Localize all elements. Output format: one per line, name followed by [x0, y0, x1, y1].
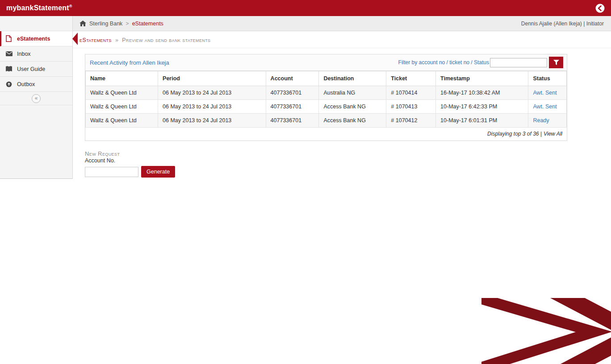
cell-period: 06 May 2013 to 24 Jul 2013: [158, 100, 266, 114]
cell-status: Awt. Sent: [528, 100, 567, 114]
table-footer: Displaying top 3 of 36 |View All: [85, 128, 567, 141]
app-logo-text: mybankStatement: [6, 4, 69, 12]
cell-account: 4077336701: [266, 114, 319, 128]
app-logo: mybankStatement®: [6, 4, 72, 12]
registered-mark: ®: [69, 4, 72, 8]
chevron-right-decoration: [481, 298, 611, 364]
sidebar-item-inbox[interactable]: Inbox: [0, 46, 72, 62]
user-info: Dennis Ajalie (Allen Ikeja) | Initiator: [521, 21, 604, 27]
sidebar-item-label: Inbox: [17, 51, 31, 57]
funnel-icon: [553, 60, 559, 65]
cell-ticket: # 1070412: [386, 114, 436, 128]
sidebar-item-label: Outbox: [17, 81, 35, 87]
document-icon: [6, 35, 13, 42]
breadcrumb-section-link[interactable]: eStatements: [80, 37, 112, 43]
status-link[interactable]: Awt. Sent: [533, 103, 557, 110]
sidebar-item-outbox[interactable]: Outbox: [0, 77, 72, 92]
breadcrumb-current[interactable]: eStatements: [132, 21, 163, 27]
page-title: Preview and send bank statements: [122, 37, 210, 43]
cell-period: 06 May 2013 to 24 Jul 2013: [158, 86, 266, 100]
main-area: Sterling Bank > eStatements Dennis Ajali…: [73, 16, 611, 178]
cell-account: 4077336701: [266, 86, 319, 100]
active-item-arrow: [72, 33, 78, 45]
sidebar-item-label: User Guide: [17, 66, 45, 72]
cell-name: Wallz & Queen Ltd: [86, 86, 158, 100]
breadcrumb-page-separator: »: [115, 37, 118, 43]
panel-title: Recent Activity from Allen Ikeja: [90, 59, 169, 66]
top-bar: mybankStatement®: [0, 0, 611, 16]
cell-account: 4077336701: [266, 100, 319, 114]
cell-ticket: # 1070414: [386, 86, 436, 100]
view-all-link[interactable]: View All: [544, 131, 562, 137]
panel-header: Recent Activity from Allen Ikeja Filter …: [85, 54, 567, 71]
cell-name: Wallz & Queen Ltd: [86, 100, 158, 114]
recent-activity-table: Name Period Account Destination Ticket T…: [85, 71, 567, 128]
column-header-period: Period: [158, 71, 266, 86]
book-icon: [6, 66, 13, 72]
arrow-up-circle-icon: [6, 81, 13, 87]
envelope-icon: [6, 51, 13, 56]
sidebar-item-label: eStatements: [17, 36, 50, 42]
cell-destination: Australia NG: [319, 86, 386, 100]
sidebar-collapse-row: «: [0, 92, 72, 105]
generate-button[interactable]: Generate: [141, 166, 175, 178]
back-circle-icon[interactable]: [595, 4, 605, 13]
breadcrumb-separator: >: [126, 21, 129, 27]
column-header-timestamp: Timestamp: [436, 71, 528, 86]
cell-timestamp: 16-May-17 10:38:42 AM: [436, 86, 528, 100]
new-request-title: New Request: [85, 150, 611, 157]
table-row: Wallz & Queen Ltd 06 May 2013 to 24 Jul …: [86, 100, 567, 114]
sidebar: eStatements Inbox User Guide Outbox: [0, 16, 73, 179]
cell-ticket: # 1070413: [386, 100, 436, 114]
table-header-row: Name Period Account Destination Ticket T…: [86, 71, 567, 86]
status-link[interactable]: Ready: [533, 117, 549, 124]
cell-status: Awt. Sent: [528, 86, 567, 100]
column-header-ticket: Ticket: [386, 71, 436, 86]
new-request-section: New Request Account No. Generate: [85, 150, 611, 178]
cell-destination: Access Bank NG: [319, 100, 386, 114]
filter-button[interactable]: [549, 57, 563, 68]
header-bar: Sterling Bank > eStatements Dennis Ajali…: [73, 16, 611, 31]
sidebar-item-user-guide[interactable]: User Guide: [0, 62, 72, 77]
sidebar-item-estatements[interactable]: eStatements: [0, 31, 72, 46]
table-row: Wallz & Queen Ltd 06 May 2013 to 24 Jul …: [86, 86, 567, 100]
column-header-destination: Destination: [319, 71, 386, 86]
account-no-input[interactable]: [85, 167, 138, 177]
filter-input[interactable]: [490, 58, 547, 67]
status-link[interactable]: Awt. Sent: [533, 90, 557, 96]
breadcrumb: Sterling Bank > eStatements: [80, 21, 163, 27]
home-icon[interactable]: [80, 21, 86, 26]
column-header-name: Name: [86, 71, 158, 86]
column-header-account: Account: [266, 71, 319, 86]
cell-timestamp: 10-May-17 6:01:31 PM: [436, 114, 528, 128]
page-breadcrumb: eStatements » Preview and send bank stat…: [73, 31, 611, 48]
account-no-label: Account No.: [85, 157, 611, 164]
sidebar-spacer: [0, 16, 72, 31]
recent-activity-panel: Recent Activity from Allen Ikeja Filter …: [85, 54, 567, 141]
cell-name: Wallz & Queen Ltd: [86, 114, 158, 128]
table-row: Wallz & Queen Ltd 06 May 2013 to 24 Jul …: [86, 114, 567, 128]
new-request-form-row: Generate: [85, 166, 611, 178]
filter-label: Filter by account no / ticket no / Statu…: [398, 59, 489, 66]
displaying-count-text: Displaying top 3 of 36 |: [487, 131, 542, 137]
breadcrumb-bank[interactable]: Sterling Bank: [89, 21, 122, 27]
cell-destination: Access Bank NG: [319, 114, 386, 128]
cell-timestamp: 10-May-17 6:42:33 PM: [436, 100, 528, 114]
collapse-sidebar-button[interactable]: «: [32, 94, 41, 103]
column-header-status: Status: [528, 71, 567, 86]
cell-period: 06 May 2013 to 24 Jul 2013: [158, 114, 266, 128]
filter-area: Filter by account no / ticket no / Statu…: [398, 57, 563, 68]
cell-status: Ready: [528, 114, 567, 128]
